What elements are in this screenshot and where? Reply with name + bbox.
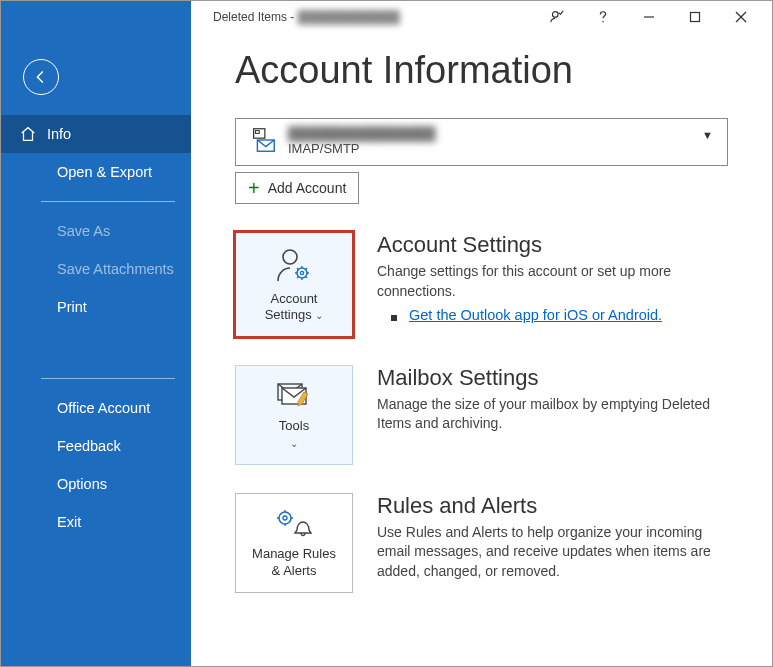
sidebar-label: Exit xyxy=(57,514,81,530)
sidebar-label: Feedback xyxy=(57,438,121,454)
title-account-blurred: ████████████ xyxy=(298,10,400,24)
section-title-rules-alerts: Rules and Alerts xyxy=(377,493,728,519)
svg-point-1 xyxy=(602,21,604,23)
sidebar-item-info[interactable]: Info xyxy=(1,115,191,153)
svg-line-18 xyxy=(306,268,308,270)
gear-bell-icon xyxy=(273,506,315,540)
sidebar-label: Save As xyxy=(57,223,110,239)
sidebar-label: Print xyxy=(57,299,87,315)
home-icon xyxy=(19,125,37,143)
window-title: Deleted Items - ████████████ xyxy=(191,10,400,24)
svg-line-17 xyxy=(306,277,308,279)
section-desc: Use Rules and Alerts to help organize yo… xyxy=(377,523,728,582)
section-desc: Change settings for this account or set … xyxy=(377,262,728,301)
plus-icon: + xyxy=(248,178,260,198)
sidebar-item-open-export[interactable]: Open & Export xyxy=(1,153,191,191)
sidebar-item-save-attachments: Save Attachments xyxy=(1,250,191,288)
svg-point-9 xyxy=(283,250,297,264)
sidebar-item-options[interactable]: Options xyxy=(1,465,191,503)
titlebar: Deleted Items - ████████████ xyxy=(1,1,772,33)
sidebar-item-print[interactable]: Print xyxy=(1,288,191,326)
content-area: Account Information ████████████████ IMA… xyxy=(191,33,772,666)
titlebar-sidebar-bg xyxy=(1,1,191,33)
sidebar-label: Info xyxy=(47,126,71,142)
svg-line-19 xyxy=(297,277,299,279)
svg-point-0 xyxy=(552,12,558,18)
sidebar-item-exit[interactable]: Exit xyxy=(1,503,191,541)
chevron-down-icon: ▼ xyxy=(702,129,713,141)
add-account-label: Add Account xyxy=(268,180,347,196)
svg-rect-7 xyxy=(256,131,260,134)
svg-point-23 xyxy=(283,516,287,520)
page-title: Account Information xyxy=(235,49,728,92)
account-email-blurred: ████████████████ xyxy=(288,126,435,142)
title-prefix: Deleted Items - xyxy=(213,10,298,24)
manage-rules-tile[interactable]: Manage Rules& Alerts xyxy=(235,493,353,593)
close-button[interactable] xyxy=(718,1,764,33)
sidebar-divider xyxy=(41,378,175,379)
tile-label: Manage Rules& Alerts xyxy=(252,546,336,579)
back-button[interactable] xyxy=(23,59,59,95)
section-title-account-settings: Account Settings xyxy=(377,232,728,258)
sidebar-label: Options xyxy=(57,476,107,492)
sidebar-label: Save Attachments xyxy=(57,261,174,277)
svg-rect-3 xyxy=(691,13,700,22)
add-account-button[interactable]: + Add Account xyxy=(235,172,359,204)
svg-point-11 xyxy=(300,271,303,274)
bullet-icon xyxy=(391,315,397,321)
sidebar-item-save-as: Save As xyxy=(1,212,191,250)
envelope-pencil-icon xyxy=(274,378,314,412)
account-selector[interactable]: ████████████████ IMAP/SMTP ▼ xyxy=(235,118,728,166)
section-title-mailbox-settings: Mailbox Settings xyxy=(377,365,728,391)
account-protocol: IMAP/SMTP xyxy=(288,141,435,158)
sidebar-item-office-account[interactable]: Office Account xyxy=(1,389,191,427)
tools-tile[interactable]: Tools⌄ xyxy=(235,365,353,465)
help-icon[interactable] xyxy=(580,1,626,33)
section-desc: Manage the size of your mailbox by empty… xyxy=(377,395,728,434)
mailbox-icon xyxy=(248,125,278,159)
svg-line-16 xyxy=(297,268,299,270)
sidebar-divider xyxy=(41,201,175,202)
sidebar-label: Office Account xyxy=(57,400,150,416)
backstage-sidebar: Info Open & Export Save As Save Attachme… xyxy=(1,33,191,666)
tile-label: Tools⌄ xyxy=(279,418,309,451)
sidebar-item-feedback[interactable]: Feedback xyxy=(1,427,191,465)
comingsoon-icon[interactable] xyxy=(534,1,580,33)
outlook-app-link[interactable]: Get the Outlook app for iOS or Android. xyxy=(409,307,662,323)
tile-label: AccountSettings ⌄ xyxy=(265,291,324,324)
account-settings-tile[interactable]: AccountSettings ⌄ xyxy=(235,232,353,337)
chevron-down-icon: ⌄ xyxy=(315,310,323,321)
chevron-down-icon: ⌄ xyxy=(290,438,298,449)
sidebar-label: Open & Export xyxy=(57,164,152,180)
maximize-button[interactable] xyxy=(672,1,718,33)
svg-point-22 xyxy=(279,512,291,524)
person-gear-icon xyxy=(272,245,316,285)
minimize-button[interactable] xyxy=(626,1,672,33)
